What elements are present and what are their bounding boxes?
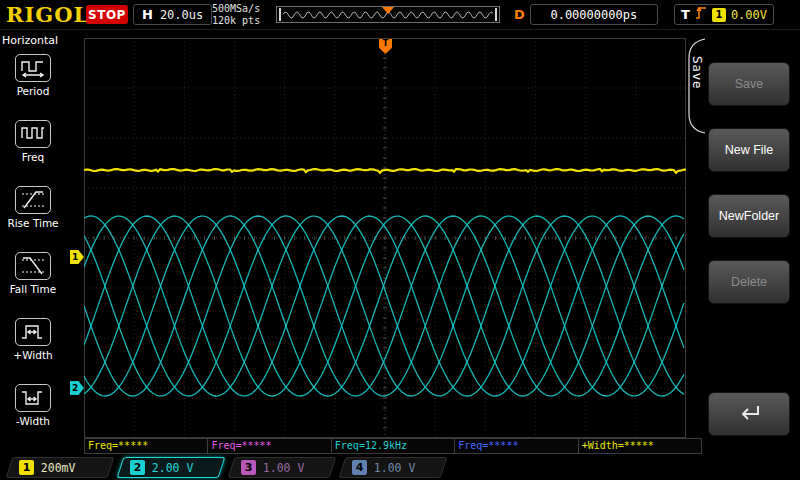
- trigger-level-value: 0.00V: [731, 8, 767, 22]
- acquisition-info: 500MSa/s 120k pts: [212, 3, 260, 27]
- channel-3-scale: 1.00 V: [263, 461, 305, 475]
- measurement-cell: Freq=*****: [454, 438, 578, 454]
- sidebar-item-rise-time[interactable]: Rise Time: [0, 181, 66, 247]
- top-status-bar: RIGOL STOP H 20.0us 500MSa/s 120k pts D …: [0, 0, 800, 30]
- channel-3-status[interactable]: 3 1.00 V: [228, 457, 337, 478]
- channel-2-scale: 2.00 V: [152, 461, 194, 475]
- memory-depth: 120k pts: [212, 15, 260, 27]
- sidebar-item-plus-width[interactable]: +Width: [0, 313, 66, 379]
- back-button[interactable]: [708, 392, 790, 436]
- trigger-source-chip: 1: [712, 8, 726, 22]
- ch2-trace: [84, 216, 684, 396]
- sidebar-item-freq[interactable]: Freq: [0, 115, 66, 181]
- return-arrow-icon: [735, 403, 763, 426]
- ch2-trace: [84, 216, 684, 396]
- ch2-trace: [84, 216, 684, 396]
- channel-3-chip: 3: [241, 460, 256, 475]
- measurement-cell: Freq=12.9kHz: [331, 438, 455, 454]
- channel-1-scale: 200mV: [41, 461, 76, 475]
- trigger-info-box[interactable]: T 1 0.00V: [674, 4, 774, 25]
- scope-graticule-and-traces: [84, 38, 686, 438]
- horizontal-label: H: [142, 7, 153, 22]
- ch1-trace: [84, 169, 686, 173]
- sidebar-item-label: Fall Time: [10, 283, 56, 295]
- measurement-cell: Freq=*****: [207, 438, 331, 454]
- channel-4-chip: 4: [352, 460, 367, 475]
- channel-4-scale: 1.00 V: [374, 461, 416, 475]
- sidebar-item-fall-time[interactable]: Fall Time: [0, 247, 66, 313]
- timebase-preview-strip[interactable]: [276, 6, 500, 23]
- minus-width-icon: [15, 384, 51, 412]
- fall-time-icon: [15, 252, 51, 280]
- ch2-trace: [84, 216, 684, 396]
- delay-value: 0.00000000ps: [530, 4, 658, 25]
- sidebar-item-minus-width[interactable]: -Width: [0, 379, 66, 445]
- sidebar-item-period[interactable]: Period: [0, 49, 66, 115]
- ch2-trace: [84, 216, 684, 396]
- delay-box[interactable]: D 0.00000000ps: [514, 4, 658, 25]
- save-menu-panel: Save Save New File NewFolder Delete: [686, 30, 800, 456]
- delay-label: D: [514, 7, 525, 22]
- measurement-cell: +Width=*****: [578, 438, 702, 454]
- channel-2-chip: 2: [130, 460, 145, 475]
- run-state-badge: STOP: [86, 5, 128, 24]
- save-button[interactable]: Save: [708, 62, 790, 106]
- channel-4-status[interactable]: 4 1.00 V: [339, 457, 448, 478]
- sample-rate: 500MSa/s: [212, 3, 260, 15]
- sidebar-item-label: +Width: [13, 349, 52, 361]
- oscilloscope-screen: RIGOL STOP H 20.0us 500MSa/s 120k pts D …: [0, 0, 800, 480]
- measurement-cell: Freq=*****: [84, 438, 208, 454]
- channel-status-bar: 1 200mV 2 2.00 V 3 1.00 V 4 1.00 V: [0, 455, 800, 480]
- sidebar-item-label: Freq: [22, 151, 45, 163]
- timebase-value: 20.0us: [160, 8, 203, 22]
- trigger-slope-icon: [695, 5, 707, 24]
- sidebar-item-label: -Width: [16, 415, 50, 427]
- sidebar-title: Horizontal: [0, 30, 66, 49]
- ch1-ground-marker[interactable]: 1: [70, 250, 84, 264]
- measurement-results-bar: Freq=***** Freq=***** Freq=12.9kHz Freq=…: [84, 438, 702, 454]
- ch2-trace: [84, 216, 684, 396]
- measure-sidebar: Horizontal Period Freq Rise Time Fall Ti…: [0, 30, 66, 455]
- period-icon: [15, 54, 51, 82]
- new-file-button[interactable]: New File: [708, 128, 790, 172]
- channel-2-status[interactable]: 2 2.00 V: [117, 457, 226, 478]
- horizontal-timebase-box[interactable]: H 20.0us: [133, 4, 212, 25]
- menu-tab-save: Save: [690, 56, 704, 89]
- trigger-label: T: [681, 7, 690, 22]
- plus-width-icon: [15, 318, 51, 346]
- waveform-display: 1 2 T T: [84, 38, 686, 438]
- preview-waveform-icon: [277, 7, 499, 22]
- delete-button[interactable]: Delete: [708, 260, 790, 304]
- rigol-logo: RIGOL: [6, 2, 89, 27]
- freq-icon: [15, 120, 51, 148]
- sidebar-item-label: Rise Time: [7, 217, 58, 229]
- channel-1-chip: 1: [19, 460, 34, 475]
- sidebar-item-label: Period: [17, 85, 50, 97]
- new-folder-button[interactable]: NewFolder: [708, 194, 790, 238]
- rise-time-icon: [15, 186, 51, 214]
- channel-1-status[interactable]: 1 200mV: [6, 457, 115, 478]
- ch2-trace: [84, 216, 684, 396]
- ch2-ground-marker[interactable]: 2: [70, 381, 84, 395]
